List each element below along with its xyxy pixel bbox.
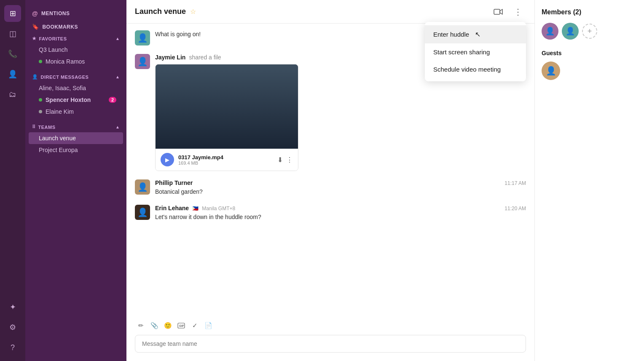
spencer-badge: 2 <box>109 97 116 103</box>
sidebar-item-launch-venue[interactable]: Launch venue <box>29 132 123 144</box>
member-avatar-1: 👤 <box>542 23 558 40</box>
emoji-button[interactable]: 🙂 <box>162 320 174 332</box>
q3-launch-label: Q3 Launch <box>39 46 68 53</box>
schedule-video-meeting-item[interactable]: Schedule video meeting <box>425 61 526 78</box>
guests-avatars-list: 👤 <box>542 62 637 80</box>
sidebar-item-bookmarks[interactable]: 🔖 BOOKMARKS <box>25 20 126 33</box>
teams-grid-icon: ⠿ <box>32 124 36 130</box>
shared-file-label: shared a file <box>189 54 221 61</box>
favorites-chevron-icon: ▲ <box>115 36 120 41</box>
teams-section-header[interactable]: ⠿ TEAMS ▲ <box>25 122 126 132</box>
message-author: Phillip Turner <box>155 179 193 186</box>
settings-nav-button[interactable]: ⚙ <box>4 319 21 336</box>
message-header: Phillip Turner 11:17 AM <box>155 179 526 186</box>
format-text-button[interactable]: ✏ <box>135 320 147 332</box>
message-text: Botanical garden? <box>155 188 526 196</box>
video-call-button[interactable] <box>490 7 506 17</box>
elaine-label: Elaine Kim <box>46 108 74 115</box>
video-attachment: ▶ ▶ 0317 Jaymie.mp4 169.4 MB ⬇ ⋮ <box>155 64 298 171</box>
dm-section-header[interactable]: 👤 DIRECT MESSAGES ▲ <box>25 72 126 82</box>
launch-venue-label: Launch venue <box>39 135 76 142</box>
person-nav-button[interactable]: 👤 <box>4 66 21 83</box>
download-icon[interactable]: ⬇ <box>277 156 283 164</box>
message-author: Jaymie Lin <box>155 54 185 61</box>
attach-file-button[interactable]: 📎 <box>148 320 160 332</box>
teams-chevron-icon: ▲ <box>115 125 120 129</box>
sidebar-item-spencer-hoxton[interactable]: Spencer Hoxton 2 <box>29 94 123 106</box>
svg-rect-1 <box>156 64 298 149</box>
enter-huddle-item[interactable]: Enter huddle ↖ <box>425 25 526 43</box>
video-filesize: 169.4 MB <box>178 160 223 166</box>
message-input[interactable] <box>135 335 526 353</box>
message-time: 11:17 AM <box>504 180 526 186</box>
video-info: ▶ 0317 Jaymie.mp4 169.4 MB ⬇ ⋮ <box>156 149 298 171</box>
avatar: 👤 <box>135 54 150 69</box>
person-dm-icon: 👤 <box>32 74 38 80</box>
message-flag-icon: 🇵🇭 <box>192 206 199 211</box>
chat-area: Launch venue ☆ ⋮ Enter huddle ↖ Start sc… <box>126 0 534 361</box>
message-timezone: Manila GMT+8 <box>202 206 235 211</box>
avatar: 👤 <box>135 205 150 220</box>
project-europa-label: Project Europa <box>39 147 78 153</box>
chat-header: Launch venue ☆ ⋮ Enter huddle ↖ Start sc… <box>126 0 534 24</box>
document-button[interactable]: 📄 <box>202 320 214 332</box>
add-member-plus-icon: + <box>588 27 592 36</box>
member-avatar-2: 👤 <box>562 23 579 40</box>
inbox-nav-button[interactable]: 🗂 <box>4 86 21 103</box>
cursor-icon: ↖ <box>475 30 480 38</box>
gif-button[interactable]: GIF <box>175 320 187 332</box>
right-panel: Members (2) 👤 👤 + Guests 👤 <box>534 0 644 361</box>
home-nav-button[interactable]: ⊞ <box>4 5 21 22</box>
sidebar-item-aline-isaac-sofia[interactable]: Aline, Isaac, Sofia <box>29 82 123 94</box>
video-actions: ⬇ ⋮ <box>277 156 293 164</box>
message-time: 11:20 AM <box>504 206 526 211</box>
more-video-options-icon[interactable]: ⋮ <box>286 156 293 164</box>
guest-avatar-1: 👤 <box>542 62 560 80</box>
message-toolbar: ✏ 📎 🙂 GIF ✓ 📄 <box>135 320 526 332</box>
phone-nav-button[interactable]: 📞 <box>4 45 21 62</box>
enter-huddle-label: Enter huddle <box>433 31 469 38</box>
channel-title: Launch venue <box>135 7 186 16</box>
member-avatars-list: 👤 👤 + <box>542 23 637 40</box>
members-panel-title: Members (2) <box>542 8 637 16</box>
help-nav-button[interactable]: ? <box>4 339 21 356</box>
dm-chevron-icon: ▲ <box>115 75 120 79</box>
online-dot-icon <box>39 60 42 63</box>
more-options-button[interactable]: ⋮ <box>510 5 526 19</box>
main-sidebar: @ MENTIONS 🔖 BOOKMARKS ★ FAVORITES ▲ Q3 … <box>25 0 126 361</box>
favorites-section-header[interactable]: ★ FAVORITES ▲ <box>25 33 126 44</box>
video-filename: 0317 Jaymie.mp4 <box>178 154 223 160</box>
sidebar-item-elaine-kim[interactable]: Elaine Kim <box>29 106 123 118</box>
sidebar-item-q3-launch[interactable]: Q3 Launch <box>29 44 123 56</box>
message-text: Let's narrow it down in the huddle room? <box>155 213 526 222</box>
icon-sidebar: ⊞ ◫ 📞 👤 🗂 ✦ ⚙ ? <box>0 0 25 361</box>
play-circle-button[interactable]: ▶ <box>161 153 174 166</box>
message-author: Erin Lehane <box>155 205 189 211</box>
table-row: 👤 Phillip Turner 11:17 AM Botanical gard… <box>135 179 526 196</box>
table-row: 👤 Erin Lehane 🇵🇭 Manila GMT+8 11:20 AM L… <box>135 205 526 222</box>
svg-text:GIF: GIF <box>179 324 184 327</box>
star-icon: ★ <box>32 36 37 41</box>
message-input-area: ✏ 📎 🙂 GIF ✓ 📄 <box>126 315 534 361</box>
dropdown-menu: Enter huddle ↖ Start screen sharing Sche… <box>425 22 526 81</box>
aline-label: Aline, Isaac, Sofia <box>39 85 86 91</box>
sidebar-item-mentions[interactable]: @ MENTIONS <box>25 7 126 20</box>
avatar: 👤 <box>135 30 150 45</box>
sidebar-item-project-europa[interactable]: Project Europa <box>29 144 123 156</box>
message-content: Erin Lehane 🇵🇭 Manila GMT+8 11:20 AM Let… <box>155 205 526 222</box>
message-header: Erin Lehane 🇵🇭 Manila GMT+8 11:20 AM <box>155 205 526 211</box>
video-thumbnail[interactable]: ▶ <box>156 64 298 149</box>
start-screen-sharing-item[interactable]: Start screen sharing <box>425 43 526 61</box>
checkmark-button[interactable]: ✓ <box>189 320 201 332</box>
elaine-offline-dot-icon <box>39 110 42 113</box>
apps-nav-button[interactable]: ✦ <box>4 299 21 316</box>
favorite-star-icon[interactable]: ☆ <box>190 8 196 16</box>
monitor-nav-button[interactable]: ◫ <box>4 25 21 42</box>
avatar: 👤 <box>135 179 150 195</box>
guests-panel-title: Guests <box>542 50 637 56</box>
bookmark-icon: 🔖 <box>32 24 39 30</box>
add-member-button[interactable]: + <box>582 24 597 39</box>
sidebar-item-monica-ramos[interactable]: Monica Ramos <box>29 56 123 67</box>
svg-rect-0 <box>494 9 500 14</box>
at-icon: @ <box>32 10 38 17</box>
